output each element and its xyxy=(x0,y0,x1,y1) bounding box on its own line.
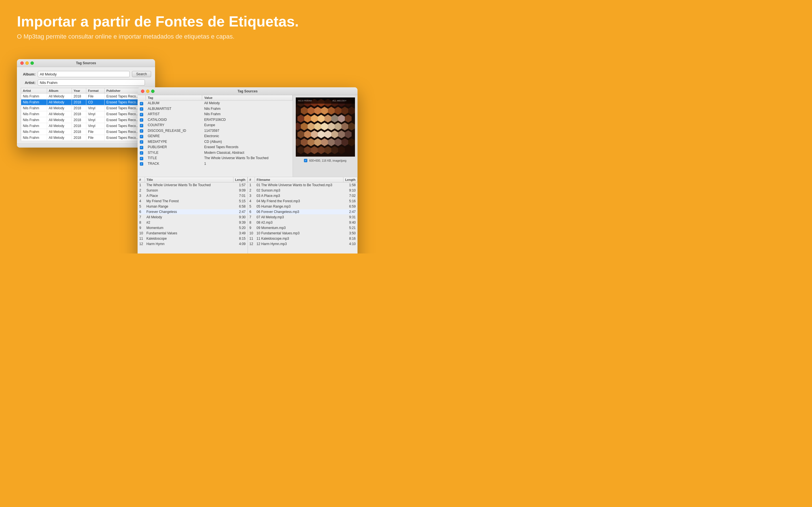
window1-body: Album: Search Artist: Artist Album Year … xyxy=(17,67,155,144)
table-row[interactable]: Nils FrahmAll Melody2018VinylErased Tape… xyxy=(21,117,151,123)
tags-panel: Tag Value ALBUMAll MelodyALBUMARTISTNils… xyxy=(138,95,293,177)
track-row[interactable]: 10Fundamental Values3:49 xyxy=(138,231,247,236)
col-length-f: Length xyxy=(343,177,357,182)
tag-row: ALBUMAll Melody xyxy=(138,101,293,106)
tag-row: STYLEModern Classical, Abstract xyxy=(138,150,293,156)
cover-info-row: 600×600, 116 KB, image/jpeg xyxy=(304,159,346,162)
track-row[interactable]: 9Momentum5:20 xyxy=(138,225,247,231)
col-format: Format xyxy=(86,88,105,94)
track-row[interactable]: 11Kaleidoscope8:15 xyxy=(138,236,247,241)
tag-checkbox[interactable] xyxy=(140,157,143,160)
file-row[interactable]: 1111 Kaleidoscope.mp38:16 xyxy=(248,236,357,241)
table-row[interactable]: Nils FrahmAll Melody2018VinylErased Tape… xyxy=(21,111,151,117)
track-row[interactable]: 5Human Range6:58 xyxy=(138,204,247,209)
svg-text:ALL MELODY: ALL MELODY xyxy=(333,100,347,102)
hero-section: Importar a partir de Fontes de Etiquetas… xyxy=(0,0,406,46)
table-row[interactable]: Nils FrahmAll Melody2018FileErased Tapes… xyxy=(21,129,151,135)
files-panel: # Filename Length 101 The Whole Universe… xyxy=(248,177,358,253)
track-row[interactable]: 4My Friend The Forest5:15 xyxy=(138,199,247,204)
tag-checkbox[interactable] xyxy=(140,135,143,138)
tag-checkbox[interactable] xyxy=(140,140,143,144)
file-row[interactable]: 101 The Whole Universe Wants to Be Touch… xyxy=(248,182,357,188)
track-row[interactable]: 8#29:39 xyxy=(138,220,247,225)
artist-row: Artist: xyxy=(21,79,151,86)
tag-checkbox[interactable] xyxy=(140,162,143,166)
tag-row: TITLEThe Whole Universe Wants To Be Touc… xyxy=(138,156,293,161)
cover-checkbox[interactable] xyxy=(304,159,307,162)
tag-row: ALBUMARTISTNils Frahm xyxy=(138,106,293,112)
track-row[interactable]: 6Forever Changeless2:47 xyxy=(138,209,247,215)
tag-checkbox[interactable] xyxy=(140,102,143,105)
table-row[interactable]: Nils FrahmAll Melody2018VinylErased Tape… xyxy=(21,105,151,111)
window2-titlebar: Tag Sources xyxy=(138,87,357,95)
track-row[interactable]: 2Sunson9:09 xyxy=(138,188,247,193)
files-header-row: # Filename Length xyxy=(248,177,357,182)
window2-top-section: Tag Value ALBUMAll MelodyALBUMARTISTNils… xyxy=(138,95,357,177)
file-row[interactable]: 303 A Place.mp37:02 xyxy=(248,193,357,199)
table-header-row: Artist Album Year Format Publisher xyxy=(21,88,151,94)
tags-table: Tag Value ALBUMAll MelodyALBUMARTISTNils… xyxy=(138,95,293,166)
file-row[interactable]: 707 All Melody.mp39:31 xyxy=(248,215,357,220)
tag-row: PUBLISHERErased Tapes Records xyxy=(138,145,293,150)
table-row[interactable]: Nils FrahmAll Melody2018FileErased Tapes… xyxy=(21,135,151,141)
track-row[interactable]: 1The Whole Universe Wants To Be Touched1… xyxy=(138,182,247,188)
tag-row: TRACK1 xyxy=(138,161,293,166)
table-row[interactable]: Nils FrahmAll Melody2018CDErased Tapes R… xyxy=(21,100,151,105)
tag-row: MEDIATYPECD (Album) xyxy=(138,139,293,145)
window2-body: Tag Value ALBUMAll MelodyALBUMARTISTNils… xyxy=(138,95,357,253)
file-row[interactable]: 1212 Harm Hymn.mp34:10 xyxy=(248,241,357,247)
tag-checkbox[interactable] xyxy=(140,113,143,116)
tag-checkbox[interactable] xyxy=(140,129,143,133)
window1-titlebar: Tag Sources xyxy=(17,59,155,67)
track-row[interactable]: 7All Melody9:30 xyxy=(138,215,247,220)
minimize-button[interactable] xyxy=(26,61,29,65)
tag-row: ARTISTNils Frahm xyxy=(138,112,293,117)
hero-title: Importar a partir de Fontes de Etiquetas… xyxy=(17,13,389,30)
tag-sources-window-small: Tag Sources Album: Search Artist: Artist… xyxy=(17,59,155,148)
col-tag: Tag xyxy=(146,95,202,101)
tag-checkbox[interactable] xyxy=(140,118,143,122)
results-table: Artist Album Year Format Publisher Nils … xyxy=(21,88,151,141)
traffic-lights-2 xyxy=(141,90,154,93)
album-label: Album: xyxy=(21,72,36,76)
file-row[interactable]: 202 Sunson.mp39:10 xyxy=(248,188,357,193)
artist-input[interactable] xyxy=(38,79,145,86)
file-row[interactable]: 404 My Friend the Forest.mp35:16 xyxy=(248,199,357,204)
hero-subtitle: O Mp3tag permite consultar online e impo… xyxy=(17,33,389,40)
tag-checkbox[interactable] xyxy=(140,146,143,149)
table-row[interactable]: Nils FrahmAll Melody2018FileErased Tapes… xyxy=(21,94,151,100)
cover-image: NILS FRAHM ALL MELODY xyxy=(296,98,355,157)
file-row[interactable]: 606 Forever Changeless.mp32:47 xyxy=(248,209,357,215)
album-row: Album: Search xyxy=(21,71,151,77)
search-button[interactable]: Search xyxy=(132,71,151,77)
track-row[interactable]: 12Harm Hymn4:09 xyxy=(138,241,247,247)
col-num-f: # xyxy=(248,177,255,182)
tag-row: CATALOGIDERATP106CD xyxy=(138,117,293,122)
tag-checkbox[interactable] xyxy=(140,107,143,111)
cover-info-text: 600×600, 116 KB, image/jpeg xyxy=(309,159,346,162)
tag-checkbox[interactable] xyxy=(140,124,143,127)
file-row[interactable]: 909 Momentum.mp35:21 xyxy=(248,225,357,231)
file-row[interactable]: 1010 Fundamental Values.mp33:50 xyxy=(248,231,357,236)
track-row[interactable]: 3A Place7:01 xyxy=(138,193,247,199)
col-length: Length xyxy=(233,177,247,182)
minimize-button-2[interactable] xyxy=(146,90,149,93)
file-row[interactable]: 505 Human Range.mp36:59 xyxy=(248,204,357,209)
col-album: Album xyxy=(47,88,71,94)
window2-bottom-section: # Title Length 1The Whole Universe Wants… xyxy=(138,177,357,253)
table-row[interactable]: Nils FrahmAll Melody2018VinylErased Tape… xyxy=(21,123,151,129)
maximize-button[interactable] xyxy=(31,61,34,65)
col-value: Value xyxy=(202,95,292,101)
tag-checkbox[interactable] xyxy=(140,151,143,155)
window1-title: Tag Sources xyxy=(76,61,96,65)
album-input[interactable] xyxy=(38,71,130,77)
svg-text:NILS FRAHM: NILS FRAHM xyxy=(298,100,312,102)
window1-footer xyxy=(17,144,155,148)
maximize-button-2[interactable] xyxy=(151,90,154,93)
close-button[interactable] xyxy=(20,61,24,65)
file-row[interactable]: 808 #2.mp39:40 xyxy=(248,220,357,225)
tag-sources-window-large: Tag Sources Tag Value ALBUMAll MelodyALB… xyxy=(138,87,357,253)
tag-row: COUNTRYEurope xyxy=(138,122,293,128)
close-button-2[interactable] xyxy=(141,90,144,93)
tag-row: DISCOGS_RELEASE_ID11473597 xyxy=(138,128,293,133)
